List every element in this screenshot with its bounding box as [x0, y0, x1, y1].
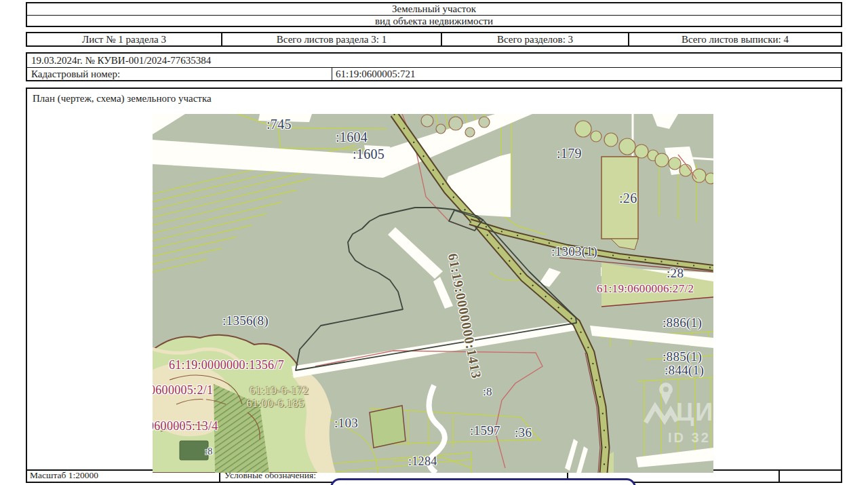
- extract-info-box: 19.03.2024г. № КУВИ-001/2024-77635384 Ка…: [26, 52, 842, 81]
- empty-cell: [780, 471, 841, 482]
- section-sheets-cell: Всего листов раздела 3: 1: [222, 33, 442, 45]
- page: { "header": { "object_type": "Земельный …: [0, 0, 868, 485]
- watermark: ЦИАН ID 32: [646, 385, 713, 445]
- sections-total-cell: Всего разделов: 3: [442, 33, 629, 45]
- cadastral-map: ЦИАН ID 32 :745:1604:1605:179:26:1303(1)…: [153, 114, 713, 473]
- watermark-brand: ЦИАН: [676, 398, 713, 426]
- cadastral-number-label: Кадастровый номер:: [27, 68, 332, 81]
- watermark-id: ID 32: [668, 430, 711, 445]
- object-type-box: Земельный участок вид объекта недвижимос…: [26, 2, 842, 27]
- object-type-title: Земельный участок: [27, 3, 841, 16]
- plan-title: План (чертеж, схема) земельного участка: [33, 93, 212, 104]
- extract-date-number: 19.03.2024г. № КУВИ-001/2024-77635384: [27, 54, 841, 68]
- extract-sheets-cell: Всего листов выписки: 4: [629, 33, 841, 45]
- map-drawing: ЦИАН ID 32: [153, 114, 713, 473]
- object-type-caption: вид объекта недвижимости: [27, 16, 841, 27]
- cadastral-number-value: 61:19:0600005:721: [332, 68, 841, 81]
- sheet-number-cell: Лист № 1 раздела 3: [27, 33, 222, 45]
- sheet-info-row: Лист № 1 раздела 3 Всего листов раздела …: [26, 32, 842, 47]
- stamp-outline: [330, 478, 636, 485]
